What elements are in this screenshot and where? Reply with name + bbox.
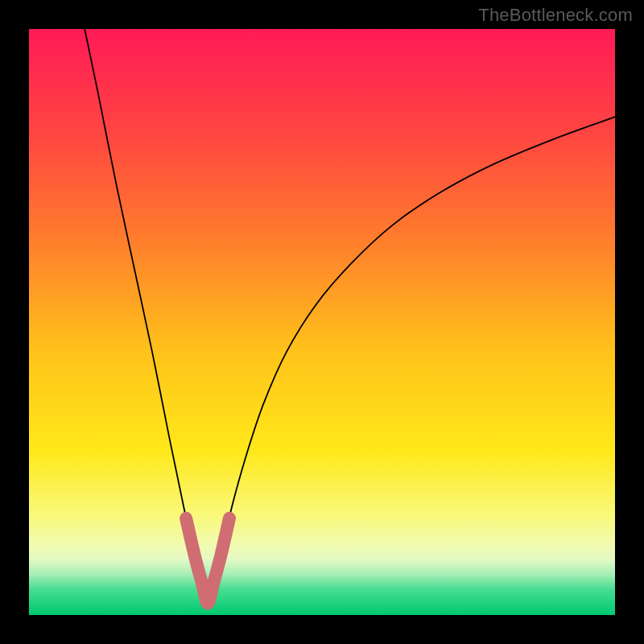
plot-area — [29, 29, 615, 615]
bottleneck-curve — [85, 29, 615, 603]
curve-layer — [29, 29, 615, 615]
watermark-text: TheBottleneck.com — [478, 5, 633, 26]
trough-highlight — [186, 518, 229, 604]
chart-stage: TheBottleneck.com — [0, 0, 644, 644]
